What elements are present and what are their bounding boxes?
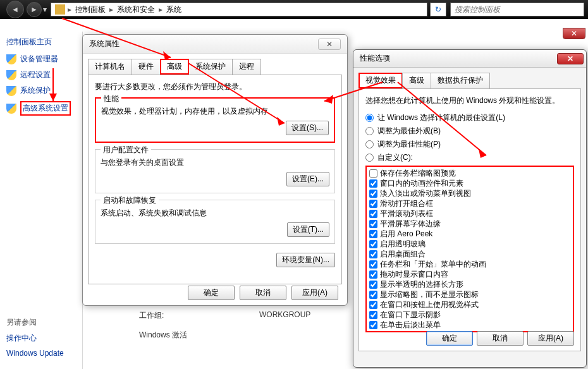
radio-option[interactable]: 让 Windows 选择计算机的最佳设置(L) xyxy=(365,112,574,123)
checklist-item[interactable]: 显示缩略图，而不是显示图标 xyxy=(368,289,572,299)
checkbox-label: 在窗口和按钮上使用视觉样式 xyxy=(380,299,479,310)
apply-button[interactable]: 应用(A) xyxy=(527,331,574,346)
tab-advanced[interactable]: 高级 xyxy=(160,59,189,75)
crumb[interactable]: 系统 xyxy=(162,3,185,16)
visual-effects-checklist[interactable]: 保存任务栏缩略图预览窗口内的动画控件和元素淡入淡出或滑动菜单到视图滑动打开组合框… xyxy=(365,166,574,332)
checkbox-label: 窗口内的动画控件和元素 xyxy=(380,178,463,188)
checkbox-input[interactable] xyxy=(369,169,377,178)
checkbox-input[interactable] xyxy=(369,250,377,258)
sidebar-footer-link[interactable]: 操作中心 xyxy=(6,333,64,344)
ok-button[interactable]: 确定 xyxy=(188,286,235,300)
checklist-item[interactable]: 显示半透明的选择长方形 xyxy=(368,279,572,289)
apply-button[interactable]: 应用(A) xyxy=(291,286,338,300)
window-close-icon[interactable]: ✕ xyxy=(563,28,585,39)
nav-back-button[interactable]: ◄ xyxy=(6,1,24,18)
checklist-item[interactable]: 启用 Aero Peek xyxy=(368,229,572,239)
tab-advanced[interactable]: 高级 xyxy=(402,73,431,88)
nav-history-dropdown[interactable]: ▾ xyxy=(43,5,47,14)
checkbox-input[interactable] xyxy=(369,311,377,319)
profile-settings-button[interactable]: 设置(E)... xyxy=(286,172,329,186)
tab-pane-advanced: 要进行大多数更改，您必须作为管理员登录。 性能 视觉效果，处理器计划，内存使用，… xyxy=(88,75,342,284)
checkbox-input[interactable] xyxy=(369,220,377,228)
checkbox-input[interactable] xyxy=(369,301,377,309)
checklist-item[interactable]: 平滑屏幕字体边缘 xyxy=(368,219,572,229)
checkbox-input[interactable] xyxy=(369,190,377,198)
nav-forward-button[interactable]: ► xyxy=(27,2,42,17)
search-input[interactable] xyxy=(450,3,584,16)
sidebar-item-protection[interactable]: 系统保护 xyxy=(6,85,82,96)
checklist-item[interactable]: 拖动时显示窗口内容 xyxy=(368,269,572,279)
admin-note: 要进行大多数更改，您必须作为管理员登录。 xyxy=(95,82,335,92)
dialog-titlebar[interactable]: 系统属性 ✕ xyxy=(83,35,347,54)
tab-remote[interactable]: 远程 xyxy=(232,59,261,75)
sidebar-item-label: 设备管理器 xyxy=(20,54,58,64)
close-button[interactable]: ✕ xyxy=(557,53,584,64)
checkbox-input[interactable] xyxy=(369,281,377,289)
radio-input[interactable] xyxy=(365,114,374,122)
performance-group: 性能 视觉效果，处理器计划，内存使用，以及虚拟内存 设置(S)... xyxy=(95,97,335,143)
group-desc: 与您登录有关的桌面设置 xyxy=(101,157,329,168)
checklist-item[interactable]: 任务栏和「开始」菜单中的动画 xyxy=(368,259,572,269)
tab-computer-name[interactable]: 计算机名 xyxy=(88,59,132,75)
tab-hardware[interactable]: 硬件 xyxy=(132,59,161,75)
checkbox-label: 显示缩略图，而不是显示图标 xyxy=(380,289,479,299)
environment-variables-button[interactable]: 环境变量(N)... xyxy=(276,253,335,267)
radio-input[interactable] xyxy=(365,154,374,162)
checkbox-input[interactable] xyxy=(369,321,377,329)
sidebar-item-remote[interactable]: 远程设置 xyxy=(6,70,82,80)
tab-visual-effects[interactable]: 视觉效果 xyxy=(358,73,403,88)
ok-button[interactable]: 确定 xyxy=(426,331,473,346)
radio-label: 调整为最佳外观(B) xyxy=(377,126,441,136)
radio-option[interactable]: 调整为最佳性能(P) xyxy=(365,139,574,150)
visual-effects-pane: 选择您想在此计算机上使用的 Windows 外观和性能设置。 让 Windows… xyxy=(358,88,581,351)
checklist-item[interactable]: 滑动打开组合框 xyxy=(368,198,572,209)
radio-option[interactable]: 调整为最佳外观(B) xyxy=(365,126,574,136)
checkbox-label: 任务栏和「开始」菜单中的动画 xyxy=(380,259,486,269)
sidebar-title[interactable]: 控制面板主页 xyxy=(6,37,82,47)
checkbox-label: 平滑滚动列表框 xyxy=(380,209,433,219)
sidebar-item-device-manager[interactable]: 设备管理器 xyxy=(6,54,82,64)
checklist-item[interactable]: 淡入淡出或滑动菜单到视图 xyxy=(368,188,572,198)
address-bar[interactable]: ▸ 控制面板 ▸ 系统和安全 ▸ 系统 xyxy=(51,3,427,16)
info-value: WORKGROUP xyxy=(259,310,310,321)
radio-label: 让 Windows 选择计算机的最佳设置(L) xyxy=(377,112,505,123)
cancel-button[interactable]: 取消 xyxy=(477,331,524,346)
checklist-item[interactable]: 启用桌面组合 xyxy=(368,249,572,259)
checkbox-input[interactable] xyxy=(369,291,377,299)
user-profiles-group: 用户配置文件 与您登录有关的桌面设置 设置(E)... xyxy=(95,149,335,193)
crumb[interactable]: 控制面板 xyxy=(71,3,109,16)
radio-input[interactable] xyxy=(365,140,374,148)
checklist-item[interactable]: 在窗口和按钮上使用视觉样式 xyxy=(368,299,572,310)
checkbox-input[interactable] xyxy=(369,200,377,208)
see-also-header: 另请参阅 xyxy=(6,317,64,328)
checklist-item[interactable]: 保存任务栏缩略图预览 xyxy=(368,168,572,178)
checkbox-input[interactable] xyxy=(369,331,377,333)
radio-option[interactable]: 自定义(C): xyxy=(365,152,574,163)
checklist-item[interactable]: 窗口内的动画控件和元素 xyxy=(368,178,572,188)
dialog-titlebar[interactable]: 性能选项 ✕ xyxy=(353,50,586,68)
crumb[interactable]: 系统和安全 xyxy=(113,3,159,16)
sidebar-footer-link[interactable]: Windows Update xyxy=(6,349,64,358)
startup-settings-button[interactable]: 设置(T)... xyxy=(287,222,329,237)
tab-dep[interactable]: 数据执行保护 xyxy=(431,73,490,88)
performance-options-dialog: 性能选项 ✕ 视觉效果 高级 数据执行保护 选择您想在此计算机上使用的 Wind… xyxy=(353,49,587,368)
checklist-item[interactable]: 在窗口下显示阴影 xyxy=(368,310,572,320)
sidebar-item-advanced[interactable]: 高级系统设置 xyxy=(6,101,82,116)
checklist-item[interactable]: 在单击后淡出菜单 xyxy=(368,320,572,330)
checklist-item[interactable]: 平滑滚动列表框 xyxy=(368,209,572,219)
checkbox-input[interactable] xyxy=(369,230,377,238)
sidebar-item-label: 系统保护 xyxy=(20,85,51,96)
shield-icon xyxy=(6,70,16,80)
checkbox-input[interactable] xyxy=(369,179,377,188)
cancel-button[interactable]: 取消 xyxy=(240,286,286,300)
close-button[interactable]: ✕ xyxy=(318,39,341,50)
performance-settings-button[interactable]: 设置(S)... xyxy=(286,121,329,135)
radio-input[interactable] xyxy=(365,127,374,135)
refresh-button[interactable]: ↻ xyxy=(430,3,446,16)
checkbox-input[interactable] xyxy=(369,270,377,279)
tab-protection[interactable]: 系统保护 xyxy=(188,59,233,75)
checkbox-input[interactable] xyxy=(369,210,377,218)
checkbox-input[interactable] xyxy=(369,260,377,269)
checkbox-input[interactable] xyxy=(369,240,377,248)
checklist-item[interactable]: 启用透明玻璃 xyxy=(368,239,572,249)
